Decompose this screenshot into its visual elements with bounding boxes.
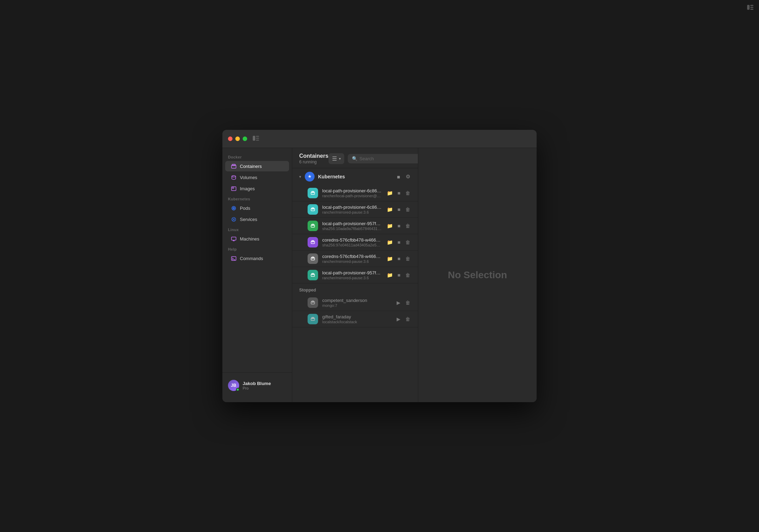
containers-icon <box>231 163 236 169</box>
volumes-label: Volumes <box>240 175 257 180</box>
container-info: local-path-provisioner-6c86858495-zzxtt … <box>322 205 382 214</box>
container-image: rancher/mirrored-pause:3.6 <box>322 210 382 214</box>
files-button[interactable]: 📁 <box>386 239 393 246</box>
svg-point-6 <box>232 176 236 177</box>
sidebar: Docker Containers Volumes <box>222 148 292 402</box>
kubernetes-stop-button[interactable]: ■ <box>396 173 401 180</box>
machines-icon <box>231 236 236 242</box>
container-image: rancher/local-path-provisioner@sha256:ae… <box>322 194 382 198</box>
container-avatar <box>308 270 318 280</box>
table-row[interactable]: coredns-576cfbb478-w466w (container) sha… <box>292 234 418 251</box>
row-actions: 📁 ■ 🗑 <box>386 255 411 262</box>
sidebar-item-images[interactable]: Images <box>225 183 289 194</box>
close-button[interactable] <box>228 136 233 141</box>
images-label: Images <box>240 186 255 191</box>
main-window: Docker Containers Volumes <box>222 130 537 402</box>
stop-button[interactable]: ■ <box>397 255 401 262</box>
container-info: coredns-576cfbb478-w466w (podsandbox) ra… <box>322 254 382 264</box>
header-left: Containers 6 running <box>299 153 329 164</box>
table-row[interactable]: gifted_faraday localstack/localstack ▶ 🗑 <box>292 311 418 327</box>
delete-button[interactable]: 🗑 <box>405 272 411 279</box>
content-area: Containers 6 running ☰ ▾ 🔍 <box>292 148 418 402</box>
sidebar-item-pods[interactable]: Pods <box>225 203 289 213</box>
table-row[interactable]: coredns-576cfbb478-w466w (podsandbox) ra… <box>292 251 418 267</box>
sidebar-item-containers[interactable]: Containers <box>225 161 289 171</box>
kubernetes-section-header: ▾ Kubernetes ■ ⚙ <box>292 168 418 185</box>
minimize-button[interactable] <box>235 136 240 141</box>
table-row[interactable]: local-path-provisioner-957fdf8bc-bln77 (… <box>292 267 418 283</box>
sidebar-bottom: JB Jakob Blume Pro <box>222 372 292 398</box>
container-name: coredns-576cfbb478-w466w (podsandbox) <box>322 254 382 259</box>
sidebar-toggle-button[interactable] <box>253 136 259 142</box>
stop-button[interactable]: ■ <box>397 239 401 246</box>
stop-button[interactable]: ■ <box>397 206 401 213</box>
start-button[interactable]: ▶ <box>396 299 401 306</box>
kubernetes-section-label: Kubernetes <box>222 194 292 202</box>
container-image: rancher/mirrored-pause:3.6 <box>322 259 382 264</box>
delete-button[interactable]: 🗑 <box>405 190 411 197</box>
avatar: JB <box>228 380 239 391</box>
maximize-button[interactable] <box>243 136 247 141</box>
table-row[interactable]: local-path-provisioner-957fdf8bc-bln77 (… <box>292 218 418 234</box>
row-actions: 📁 ■ 🗑 <box>386 222 411 229</box>
container-info: competent_sanderson mongo:7 <box>322 298 392 308</box>
stop-button[interactable]: ■ <box>397 272 401 279</box>
stop-button[interactable]: ■ <box>397 190 401 197</box>
commands-icon <box>231 256 236 261</box>
delete-button[interactable]: 🗑 <box>405 316 411 323</box>
container-image: sha256:10ada9a7f8ab578464314da2df287d1d3… <box>322 227 382 231</box>
delete-button[interactable]: 🗑 <box>405 222 411 229</box>
table-row[interactable]: local-path-provisioner-6c86858495-zzxtt … <box>292 185 418 201</box>
search-icon: 🔍 <box>352 156 358 161</box>
container-image: mongo:7 <box>322 303 392 308</box>
user-profile[interactable]: JB Jakob Blume Pro <box>225 377 289 394</box>
page-subtitle: 6 running <box>299 160 329 164</box>
start-button[interactable]: ▶ <box>396 316 401 323</box>
files-button[interactable]: 📁 <box>386 255 393 262</box>
pods-label: Pods <box>240 206 250 211</box>
container-avatar <box>308 314 318 324</box>
container-avatar <box>308 297 318 308</box>
sidebar-item-machines[interactable]: Machines <box>225 234 289 244</box>
container-name: competent_sanderson <box>322 298 392 303</box>
stop-button[interactable]: ■ <box>397 222 401 229</box>
table-row[interactable]: competent_sanderson mongo:7 ▶ 🗑 <box>292 295 418 311</box>
user-name: Jakob Blume <box>243 381 271 386</box>
images-icon <box>231 186 236 191</box>
machines-label: Machines <box>240 236 259 242</box>
linux-section-label: Linux <box>222 225 292 233</box>
sidebar-item-services[interactable]: Services <box>225 214 289 224</box>
docker-section-label: Docker <box>222 152 292 161</box>
delete-button[interactable]: 🗑 <box>405 239 411 246</box>
sidebar-item-commands[interactable]: Commands <box>225 253 289 264</box>
files-button[interactable]: 📁 <box>386 272 393 279</box>
kubernetes-icon <box>305 172 315 182</box>
filter-chevron: ▾ <box>339 157 341 161</box>
container-name: local-path-provisioner-957fdf8bc-bln77 (… <box>322 270 382 275</box>
delete-button[interactable]: 🗑 <box>405 255 411 262</box>
avatar-online-badge <box>236 388 240 391</box>
services-label: Services <box>240 217 257 222</box>
row-actions: ▶ 🗑 <box>396 316 411 323</box>
files-button[interactable]: 📁 <box>386 190 393 197</box>
kubernetes-settings-button[interactable]: ⚙ <box>405 173 411 180</box>
sidebar-item-volumes[interactable]: Volumes <box>225 172 289 183</box>
delete-button[interactable]: 🗑 <box>405 206 411 213</box>
table-row[interactable]: local-path-provisioner-6c86858495-zzxtt … <box>292 201 418 218</box>
files-button[interactable]: 📁 <box>386 206 393 213</box>
filter-button[interactable]: ☰ ▾ <box>329 153 344 164</box>
containers-label: Containers <box>240 164 262 169</box>
svg-rect-8 <box>232 187 234 189</box>
container-info: local-path-provisioner-6c86858495-zzxtt … <box>322 188 382 198</box>
commands-label: Commands <box>240 256 263 261</box>
search-input[interactable] <box>360 156 418 161</box>
page-title: Containers <box>299 153 329 159</box>
files-button[interactable]: 📁 <box>386 222 393 229</box>
traffic-lights <box>228 136 247 141</box>
delete-button[interactable]: 🗑 <box>405 299 411 306</box>
services-icon <box>231 216 236 222</box>
svg-line-21 <box>232 259 233 260</box>
kubernetes-chevron[interactable]: ▾ <box>299 175 301 179</box>
svg-rect-3 <box>256 140 259 141</box>
container-image: localstack/localstack <box>322 320 392 324</box>
